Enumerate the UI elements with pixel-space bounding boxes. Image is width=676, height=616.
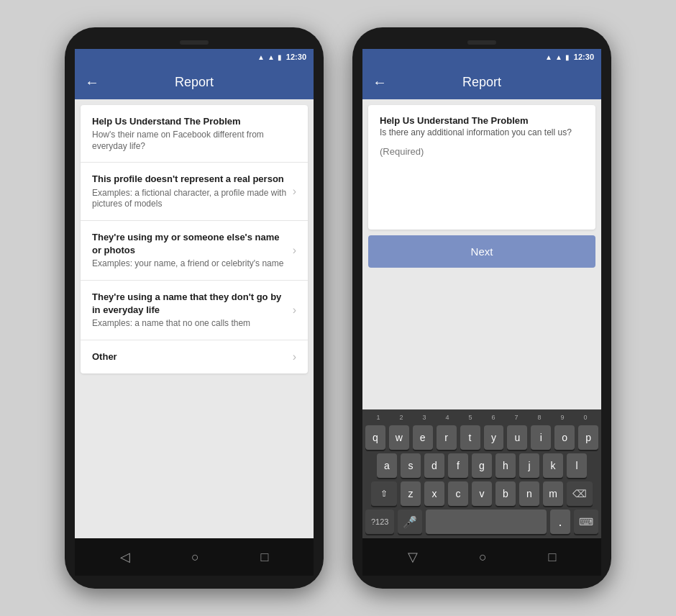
num-hint-1: 1 [367, 414, 390, 421]
report-item-other[interactable]: Other › [81, 340, 308, 373]
keyboard: 1 2 3 4 5 6 7 8 9 0 q w e r t y u i [362, 409, 601, 538]
key-a[interactable]: a [377, 453, 397, 478]
app-bar-1: ← Report [75, 65, 314, 99]
chevron-other: › [293, 350, 296, 363]
key-g[interactable]: g [472, 453, 492, 478]
num-hint-2: 2 [390, 414, 413, 421]
report-item-everyday-name[interactable]: They're using a name that they don't go … [81, 281, 308, 340]
keyboard-number-row: 1 2 3 4 5 6 7 8 9 0 [365, 414, 598, 421]
report-item-fictional-text: This profile doesn't represent a real pe… [92, 173, 293, 209]
phone-2-screen: ▲ ▲ ▮ 12:30 ← Report Help Us Understand … [362, 49, 601, 538]
chevron-name-photos: › [293, 244, 296, 257]
keyboard-bottom-row: ?123 🎤 . ⌨ [365, 509, 598, 534]
nav-back-2[interactable]: ▽ [408, 549, 418, 565]
report-item-other-title: Other [92, 350, 287, 363]
wifi-icon-2: ▲ [545, 53, 552, 61]
num-hint-6: 6 [482, 414, 505, 421]
shift-key[interactable]: ⇧ [371, 481, 397, 506]
num-hint-5: 5 [459, 414, 482, 421]
key-o[interactable]: o [554, 425, 575, 450]
key-f[interactable]: f [448, 453, 468, 478]
num-hint-8: 8 [528, 414, 551, 421]
form-header: Help Us Understand The Problem Is there … [368, 105, 595, 140]
app-bar-title-2: Report [398, 75, 565, 90]
phone-speaker-1 [180, 40, 209, 45]
key-p[interactable]: p [578, 425, 598, 450]
report-item-fictional-title: This profile doesn't represent a real pe… [92, 173, 287, 186]
next-button[interactable]: Next [368, 235, 595, 268]
report-card-1: Help Us Understand The Problem How's the… [81, 105, 308, 373]
chevron-fictional: › [293, 185, 296, 198]
battery-icon: ▮ [278, 53, 282, 61]
report-item-name-photos-subtitle: Examples: your name, a friend or celebri… [92, 258, 287, 270]
delete-key[interactable]: ⌫ [567, 481, 593, 506]
report-header-item: Help Us Understand The Problem How's the… [81, 105, 308, 163]
key-j[interactable]: j [519, 453, 539, 478]
status-time-2: 12:30 [574, 53, 594, 61]
chevron-everyday-name: › [293, 304, 296, 317]
space-key[interactable] [426, 509, 547, 534]
back-button-2[interactable]: ← [373, 74, 387, 91]
wifi-icon: ▲ [257, 53, 265, 61]
key-u[interactable]: u [507, 425, 527, 450]
key-q[interactable]: q [365, 425, 385, 450]
report-item-name-photos-text: They're using my or someone else's name … [92, 231, 293, 270]
report-item-name-photos[interactable]: They're using my or someone else's name … [81, 221, 308, 281]
keyboard-row-2: a s d f g h j k l [365, 453, 598, 478]
key-d[interactable]: d [424, 453, 444, 478]
key-k[interactable]: k [543, 453, 563, 478]
app-bar-2: ← Report [362, 65, 601, 99]
nav-recent-2[interactable]: □ [548, 550, 556, 565]
back-button-1[interactable]: ← [85, 74, 99, 91]
signal-icon-2: ▲ [555, 53, 562, 61]
key-l[interactable]: l [567, 453, 587, 478]
status-bar-1: ▲ ▲ ▮ 12:30 [75, 49, 314, 65]
nav-home-2[interactable]: ○ [479, 550, 487, 565]
app-bar-title-1: Report [111, 75, 278, 90]
key-n[interactable]: n [519, 481, 539, 506]
dot-key[interactable]: . [550, 509, 570, 534]
nav-home-1[interactable]: ○ [191, 550, 199, 565]
num-hint-4: 4 [436, 414, 459, 421]
key-z[interactable]: z [401, 481, 421, 506]
num-hint-0: 0 [574, 414, 597, 421]
screen-content-1: Help Us Understand The Problem How's the… [75, 99, 314, 538]
key-v[interactable]: v [472, 481, 492, 506]
additional-info-input[interactable] [368, 140, 595, 227]
key-t[interactable]: t [460, 425, 480, 450]
keyboard-row-1: q w e r t y u i o p [365, 425, 598, 450]
mic-key[interactable]: 🎤 [398, 509, 422, 534]
enter-key[interactable]: ⌨ [574, 509, 598, 534]
form-header-subtitle: Is there any additional information you … [380, 127, 584, 137]
report-item-fictional-subtitle: Examples: a fictional character, a profi… [92, 188, 287, 210]
key-s[interactable]: s [401, 453, 421, 478]
nav-back-1[interactable]: ◁ [120, 549, 130, 565]
key-x[interactable]: x [424, 481, 444, 506]
signal-icon: ▲ [268, 53, 275, 61]
screen-content-2: Help Us Understand The Problem Is there … [362, 99, 601, 409]
key-c[interactable]: c [448, 481, 468, 506]
key-i[interactable]: i [531, 425, 551, 450]
phone-2-navbar: ▽ ○ □ [362, 538, 601, 576]
key-y[interactable]: y [484, 425, 504, 450]
report-header-text: Help Us Understand The Problem How's the… [92, 115, 296, 152]
report-item-fictional[interactable]: This profile doesn't represent a real pe… [81, 163, 308, 220]
key-h[interactable]: h [495, 453, 516, 478]
key-w[interactable]: w [389, 425, 409, 450]
num-hint-7: 7 [505, 414, 528, 421]
report-header-subtitle: How's their name on Facebook different f… [92, 130, 291, 152]
key-r[interactable]: r [437, 425, 457, 450]
num-hint-3: 3 [413, 414, 436, 421]
key-m[interactable]: m [543, 481, 563, 506]
report-item-other-text: Other [92, 350, 293, 363]
nav-recent-1[interactable]: □ [260, 550, 268, 565]
key-e[interactable]: e [413, 425, 433, 450]
numbers-key[interactable]: ?123 [365, 509, 394, 534]
phone-1-screen: ▲ ▲ ▮ 12:30 ← Report Help Us Understand … [75, 49, 314, 538]
keyboard-row-3: ⇧ z x c v b n m ⌫ [365, 481, 598, 506]
key-b[interactable]: b [495, 481, 516, 506]
status-bar-2: ▲ ▲ ▮ 12:30 [362, 49, 601, 65]
report-header-title: Help Us Understand The Problem [92, 115, 291, 128]
form-card: Help Us Understand The Problem Is there … [368, 105, 595, 230]
report-item-everyday-name-subtitle: Examples: a name that no one calls them [92, 318, 287, 330]
